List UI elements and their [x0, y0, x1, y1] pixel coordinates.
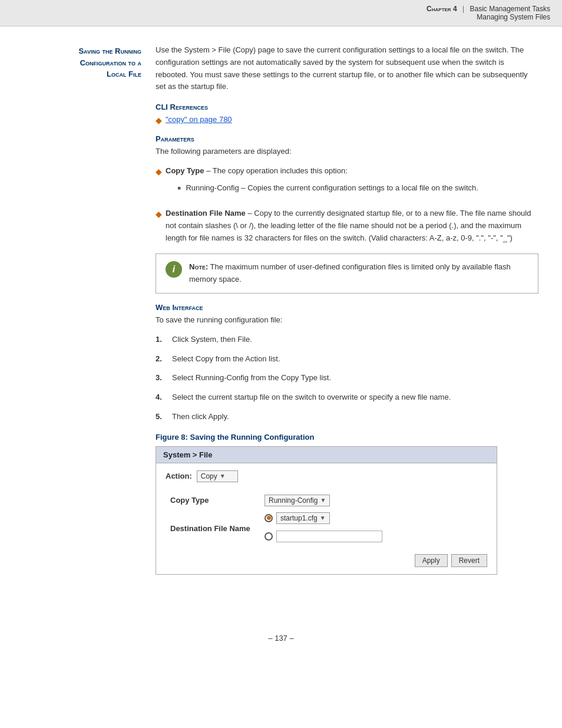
param-dest-text: Destination File Name – Copy to the curr…: [166, 207, 538, 244]
dest-radio-1-row: startup1.cfg ▼: [265, 512, 482, 524]
param-copy-type-name: Copy Type: [166, 166, 204, 175]
main-section-row: Saving the Running Configuration to a Lo…: [24, 44, 538, 575]
copy-type-value-cell: Running-Config ▼: [260, 492, 487, 509]
step-num-3: 3.: [156, 372, 166, 384]
dropdown-arrow-icon: ▼: [220, 473, 226, 479]
step-4: 4. Select the current startup file on th…: [156, 391, 538, 404]
sub-bullet-icon: ▪: [177, 181, 181, 196]
web-interface-title: Web Interface: [156, 303, 538, 312]
dest-file-select[interactable]: startup1.cfg ▼: [276, 512, 330, 524]
copy-type-select[interactable]: Running-Config ▼: [265, 495, 330, 506]
web-interface-intro: To save the running configuration file:: [156, 314, 538, 327]
section-title: Saving the Running Configuration to a Lo…: [24, 44, 141, 575]
step-text-5: Then click Apply.: [172, 411, 229, 423]
param-copy-type-text: Copy Type – The copy operation includes …: [166, 165, 478, 200]
page-number: – 137 –: [268, 634, 293, 643]
figure-buttons: Apply Revert: [166, 554, 487, 567]
note-text: Note: The maximum number of user-defined…: [189, 261, 528, 286]
cli-link-row: ◆ "copy" on page 780: [156, 115, 538, 125]
cli-link[interactable]: "copy" on page 780: [166, 115, 232, 124]
page-footer: – 137 –: [0, 622, 562, 654]
param-dest-file: ◆ Destination File Name – Copy to the cu…: [156, 207, 538, 244]
dest-file-select-value: startup1.cfg: [280, 514, 318, 522]
step-num-2: 2.: [156, 353, 166, 365]
figure-action-label: Action:: [166, 472, 192, 480]
dest-radio-1[interactable]: [265, 514, 273, 522]
diamond-icon: ◆: [156, 116, 162, 125]
figure-inner: Action: Copy ▼ Copy Type Running-Co: [156, 463, 497, 574]
header-subtitle: Managing System Files: [477, 13, 550, 21]
step-num-4: 4.: [156, 391, 166, 404]
section-title-line1: Saving the Running: [24, 45, 141, 57]
diamond-icon-dest: ◆: [156, 209, 162, 219]
step-2: 2. Select Copy from the Action list.: [156, 353, 538, 365]
copy-type-row: Copy Type Running-Config ▼: [166, 492, 487, 509]
step-text-1: Click System, then File.: [172, 334, 252, 346]
step-5: 5. Then click Apply.: [156, 411, 538, 423]
header-pipe: |: [462, 5, 464, 13]
dest-dropdown-icon: ▼: [320, 515, 326, 521]
param-dest-name: Destination File Name: [166, 209, 246, 218]
chapter-label: Chapter 4: [427, 5, 459, 13]
step-3: 3. Select Running-Config from the Copy T…: [156, 372, 538, 384]
header-right: Chapter 4 | Basic Management Tasks Manag…: [427, 5, 550, 21]
sub-param-running-config: ▪ Running-Config – Copies the current co…: [177, 182, 478, 196]
figure-table: Copy Type Running-Config ▼ Destination F…: [166, 492, 487, 548]
section-title-line2: Configuration to a: [24, 57, 141, 69]
note-box: i Note: The maximum number of user-defin…: [156, 253, 538, 294]
step-text-3: Select Running-Config from the Copy Type…: [172, 372, 331, 384]
dest-file-value-cell: startup1.cfg ▼: [260, 509, 487, 548]
figure-action-row: Action: Copy ▼: [166, 470, 487, 482]
note-icon: i: [166, 261, 182, 278]
sub-param-text: Running-Config – Copies the current conf…: [186, 182, 478, 195]
note-label: Note:: [189, 262, 208, 271]
action-select-value: Copy: [201, 472, 217, 480]
copy-type-label: Copy Type: [166, 492, 260, 509]
param-copy-type-sep: – The copy operation includes this optio…: [206, 166, 348, 175]
dest-file-row: Destination File Name startup1.cfg ▼: [166, 509, 487, 548]
section-title-line3: Local File: [24, 68, 141, 80]
cli-references-title: CLI References: [156, 103, 538, 111]
dest-radio-2-row: [265, 531, 482, 542]
copy-type-dropdown-icon: ▼: [320, 497, 326, 503]
page-content: Saving the Running Configuration to a Lo…: [0, 27, 562, 610]
apply-button[interactable]: Apply: [415, 554, 448, 567]
figure-label: Figure 8: Saving the Running Configurati…: [156, 433, 538, 442]
diamond-icon-copytype: ◆: [156, 167, 162, 176]
header-title: Basic Management Tasks: [470, 5, 550, 13]
copy-type-select-value: Running-Config: [269, 496, 318, 505]
page-header: Chapter 4 | Basic Management Tasks Manag…: [0, 0, 562, 27]
step-num-5: 5.: [156, 411, 166, 423]
dest-file-label: Destination File Name: [166, 509, 260, 548]
action-select[interactable]: Copy ▼: [197, 470, 238, 482]
revert-button[interactable]: Revert: [451, 554, 487, 567]
note-body: The maximum number of user-defined confi…: [189, 262, 511, 284]
step-text-4: Select the current startup file on the s…: [172, 391, 451, 404]
chapter-word: Chapter: [427, 5, 451, 13]
steps-list: 1. Click System, then File. 2. Select Co…: [156, 334, 538, 423]
step-text-2: Select Copy from the Action list.: [172, 353, 280, 365]
figure-title-bar: System > File: [156, 447, 497, 463]
dest-file-input[interactable]: [276, 531, 382, 542]
step-num-1: 1.: [156, 334, 166, 346]
param-copy-type: ◆ Copy Type – The copy operation include…: [156, 165, 538, 200]
step-1: 1. Click System, then File.: [156, 334, 538, 346]
parameters-title: Parameters: [156, 134, 538, 143]
dest-radio-2[interactable]: [265, 532, 273, 541]
params-intro: The following parameters are displayed:: [156, 146, 538, 158]
section-body: Use the System > File (Copy) page to sav…: [156, 44, 538, 575]
sub-param-list: ▪ Running-Config – Copies the current co…: [177, 182, 478, 196]
section-body-text: Use the System > File (Copy) page to sav…: [156, 44, 538, 93]
figure-box: System > File Action: Copy ▼ Copy Type: [156, 446, 497, 575]
chapter-num: 4: [453, 5, 457, 13]
